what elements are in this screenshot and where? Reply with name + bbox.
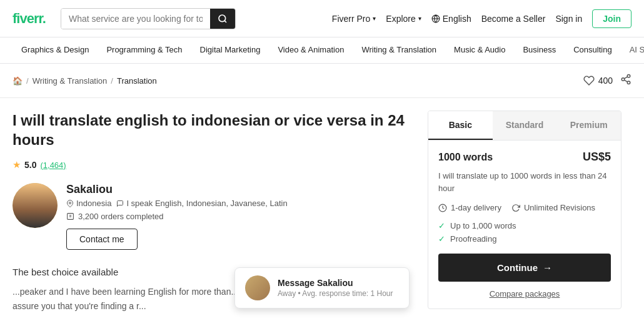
continue-label: Continue <box>497 262 538 273</box>
svg-point-4 <box>627 75 630 78</box>
toast-away: Away <box>278 289 296 298</box>
cat-digital-marketing[interactable]: Digital Marketing <box>191 37 269 63</box>
pricing-card: Basic Standard Premium 1000 words US$5 I… <box>428 111 621 309</box>
cat-video-animation[interactable]: Video & Animation <box>269 37 353 63</box>
breadcrumb-area: 🏠 / Writing & Translation / Translation … <box>0 64 644 98</box>
sign-in-link[interactable]: Sign in <box>555 14 582 24</box>
heart-icon <box>583 75 595 86</box>
svg-point-9 <box>69 202 71 204</box>
continue-button[interactable]: Continue → <box>438 254 611 282</box>
rating: ★ 5.0 (1,464) <box>13 159 413 170</box>
become-seller-link[interactable]: Become a Seller <box>481 14 546 24</box>
pricing-words: 1000 words <box>438 152 493 163</box>
refresh-icon <box>511 204 520 212</box>
speech-icon <box>116 200 124 207</box>
search-input[interactable] <box>61 9 210 29</box>
seller-card: Sakaliou Indonesia I speak English, Indo… <box>13 183 413 250</box>
breadcrumb-current: Translation <box>117 76 157 86</box>
seller-name: Sakaliou <box>66 183 413 196</box>
globe-icon <box>431 14 440 23</box>
seller-info: Sakaliou Indonesia I speak English, Indo… <box>66 183 413 250</box>
search-button[interactable] <box>210 9 235 29</box>
toast-content: Message Sakaliou Away • Avg. response ti… <box>278 278 399 298</box>
tab-basic[interactable]: Basic <box>428 111 493 140</box>
location-icon <box>66 200 74 207</box>
seller-meta: Indonesia I speak English, Indonesian, J… <box>66 199 413 208</box>
fiverr-pro-link[interactable]: Fiverr Pro ▾ <box>332 14 376 24</box>
explore-link[interactable]: Explore ▾ <box>386 14 421 24</box>
svg-line-8 <box>624 77 627 79</box>
svg-line-7 <box>624 80 627 82</box>
clock-icon <box>438 204 447 212</box>
breadcrumb-actions: 400 <box>583 74 631 87</box>
rating-score: 5.0 <box>24 160 36 170</box>
pricing-body: 1000 words US$5 I will translate up to 1… <box>428 141 621 309</box>
toast-avatar <box>245 275 270 300</box>
check-icon: ✓ <box>438 221 445 230</box>
seller-location: Indonesia <box>66 199 111 208</box>
feature-proofreading-text: Proofreading <box>450 234 496 244</box>
pricing-price: US$5 <box>583 151 611 164</box>
svg-point-5 <box>621 78 625 81</box>
cat-writing-translation[interactable]: Writing & Translation <box>353 37 445 63</box>
contact-button[interactable]: Contact me <box>66 229 138 250</box>
toast-title: Message Sakaliou <box>278 278 399 288</box>
pricing-tabs: Basic Standard Premium <box>428 111 621 141</box>
chevron-down-icon: ▾ <box>418 15 421 22</box>
breadcrumb-separator-2: / <box>111 76 113 86</box>
home-icon[interactable]: 🏠 <box>13 76 23 86</box>
toast-subtitle: Away • Avg. response time: 1 Hour <box>278 289 399 298</box>
check-icon-2: ✓ <box>438 234 445 244</box>
chevron-down-icon: ▾ <box>373 15 376 22</box>
language-selector[interactable]: English <box>431 14 471 24</box>
star-icon: ★ <box>13 159 21 170</box>
delivery-time: 1-day delivery <box>438 203 501 212</box>
cat-programming-tech[interactable]: Programming & Tech <box>98 37 191 63</box>
search-bar <box>61 8 236 29</box>
right-panel: Basic Standard Premium 1000 words US$5 I… <box>428 111 621 313</box>
search-icon <box>218 14 228 24</box>
delivery-row: 1-day delivery Unlimited Revisions <box>438 203 611 212</box>
svg-point-0 <box>219 15 226 22</box>
seller-languages: I speak English, Indonesian, Javanese, L… <box>116 199 287 208</box>
logo: fiverr. <box>13 11 46 27</box>
seller-languages-text: I speak English, Indonesian, Javanese, L… <box>126 199 287 208</box>
feature-words: ✓ Up to 1,000 words <box>438 221 611 230</box>
breadcrumb-parent[interactable]: Writing & Translation <box>33 76 108 86</box>
svg-line-1 <box>224 21 226 22</box>
cat-music-audio[interactable]: Music & Audio <box>445 37 514 63</box>
delivery-label: 1-day delivery <box>451 203 501 212</box>
rating-count[interactable]: (1,464) <box>40 160 66 170</box>
cat-more[interactable]: AI Se› <box>621 37 644 63</box>
orders-icon <box>66 212 74 220</box>
revisions: Unlimited Revisions <box>511 203 595 212</box>
nav-links: Fiverr Pro ▾ Explore ▾ English Become a … <box>332 9 631 28</box>
toast-notification[interactable]: Message Sakaliou Away • Avg. response ti… <box>234 267 410 309</box>
cat-graphics-design[interactable]: Graphics & Design <box>13 37 98 63</box>
seller-avatar-image <box>13 183 58 228</box>
tab-standard[interactable]: Standard <box>493 111 557 140</box>
feature-words-text: Up to 1,000 words <box>450 221 516 230</box>
like-button[interactable]: 400 <box>583 75 613 86</box>
compare-packages-link[interactable]: Compare packages <box>438 289 611 299</box>
share-button[interactable] <box>620 74 631 87</box>
category-nav: Graphics & Design Programming & Tech Dig… <box>0 37 644 64</box>
arrow-right-icon: → <box>543 262 552 273</box>
toast-response: Avg. response time: 1 Hour <box>302 289 393 298</box>
svg-point-6 <box>627 81 630 84</box>
share-icon <box>620 74 631 85</box>
seller-avatar <box>13 183 58 228</box>
pricing-description: I will translate up to 1000 words in les… <box>438 170 611 194</box>
seller-orders: 3,200 orders completed <box>66 212 413 221</box>
pricing-header: 1000 words US$5 <box>438 151 611 164</box>
like-count: 400 <box>598 76 613 86</box>
tab-premium[interactable]: Premium <box>556 111 621 140</box>
revisions-label: Unlimited Revisions <box>524 203 595 212</box>
cat-business[interactable]: Business <box>514 37 565 63</box>
pricing-features: ✓ Up to 1,000 words ✓ Proofreading <box>438 221 611 244</box>
breadcrumb: 🏠 / Writing & Translation / Translation <box>13 76 157 86</box>
feature-proofreading: ✓ Proofreading <box>438 234 611 244</box>
header: fiverr. Fiverr Pro ▾ Explore ▾ English B… <box>0 0 644 37</box>
join-button[interactable]: Join <box>592 9 631 28</box>
cat-consulting[interactable]: Consulting <box>565 37 620 63</box>
